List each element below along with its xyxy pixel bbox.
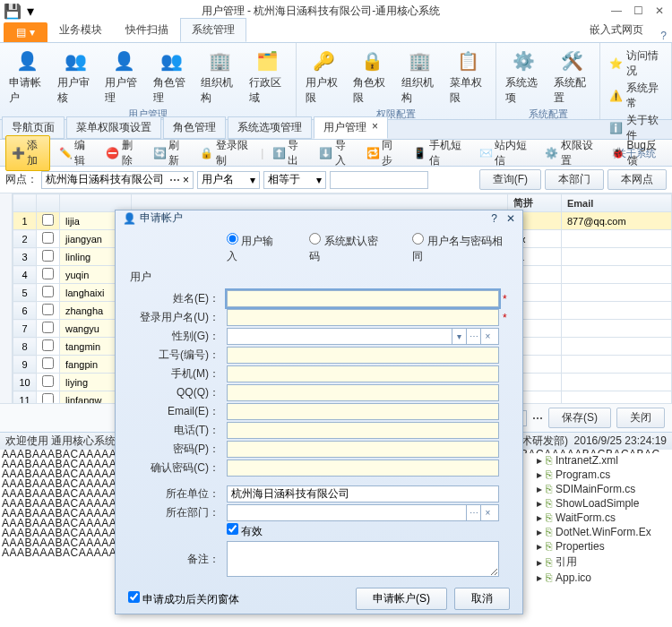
user-icon: 👤: [123, 212, 136, 225]
tb-import[interactable]: ⬇️导入: [314, 136, 358, 170]
dialog-cancel-button[interactable]: 取消: [454, 588, 510, 610]
apply-account-dialog: 👤 申请帐户 ? ✕ 用户输入 系统默认密码 用户名与密码相同 用户 姓名(E)…: [115, 210, 523, 614]
save-button[interactable]: 保存(S): [548, 408, 611, 428]
tree-item[interactable]: ▸⎘Program.cs: [522, 468, 672, 482]
tb-sync[interactable]: 🔁同步: [361, 136, 404, 170]
info-icon: ℹ️: [609, 122, 623, 134]
site-button[interactable]: 本网点: [607, 169, 667, 190]
op-combo[interactable]: 相等于▾: [263, 171, 326, 189]
main-tabbar: ▤▾ 业务模块 快件扫描 系统管理 嵌入式网页 ?: [0, 21, 672, 43]
dept-button[interactable]: 本部门: [545, 169, 604, 190]
status-welcome: 欢迎使用 通用核心系统: [5, 434, 116, 449]
gear-icon: ⚙️: [546, 147, 558, 159]
plus-icon: ➕: [12, 147, 24, 159]
tree-item[interactable]: ▸⎘IntranetZ.xml: [522, 453, 672, 468]
email-input[interactable]: [227, 403, 499, 420]
field-combo[interactable]: 用户名▾: [197, 171, 260, 189]
close-button2[interactable]: 关闭: [616, 408, 665, 428]
site-label: 网点：: [5, 172, 38, 187]
rb-org[interactable]: 🏢组织机构: [195, 45, 244, 107]
rb-role-perm[interactable]: 🔒角色权限: [348, 45, 396, 107]
rb-user-mgmt[interactable]: 👤用户管理: [99, 45, 148, 107]
filter-value-input[interactable]: [330, 171, 428, 189]
import-icon: ⬇️: [320, 147, 332, 159]
tb-edit[interactable]: ✏️编辑: [54, 136, 97, 170]
minimize-button[interactable]: —: [607, 3, 625, 19]
rb-sys-opt[interactable]: ⚙️系统选项: [500, 45, 548, 107]
rb-exc[interactable]: ⚠️系统异常: [609, 81, 662, 111]
radio-same[interactable]: 用户名与密码相同: [412, 233, 510, 264]
delete-icon: ⛔: [107, 147, 119, 159]
close-icon[interactable]: ×: [372, 120, 378, 135]
file-menu[interactable]: ▤▾: [4, 22, 47, 42]
tree-item[interactable]: ▸⎘DotNet.WinForm.Ex: [522, 525, 672, 539]
dept-combo[interactable]: ⋯×: [227, 504, 499, 521]
help-icon[interactable]: ?: [655, 30, 672, 42]
dialog-ok-button[interactable]: 申请帐户(S): [356, 588, 447, 610]
close-button[interactable]: ✕: [650, 3, 668, 19]
rb-menu-perm[interactable]: 📋菜单权限: [444, 45, 493, 107]
name-input[interactable]: [227, 290, 499, 307]
company-combo[interactable]: 杭州海日涵科技有限公司: [227, 485, 499, 502]
dialog-close-icon[interactable]: ✕: [506, 212, 515, 225]
tb-refresh[interactable]: 🔄刷新: [148, 136, 191, 170]
tb-sms[interactable]: 📱手机短信: [409, 136, 471, 170]
rb-apply-account[interactable]: 👤申请帐户: [4, 45, 52, 107]
filter-bar: 网点： 杭州海日涵科技有限公司⋯ × 用户名▾ 相等于▾ 查询(F) 本部门 本…: [0, 167, 672, 193]
empno-input[interactable]: [227, 347, 499, 364]
tab-scan[interactable]: 快件扫描: [114, 18, 180, 42]
tel-input[interactable]: [227, 422, 499, 439]
radio-user-input[interactable]: 用户输入: [227, 233, 282, 264]
rb-org2[interactable]: 🏢组织机构: [396, 45, 444, 107]
solution-explorer[interactable]: ▸⎘IntranetZ.xml▸⎘Program.cs▸⎘SDIMainForm…: [521, 453, 672, 588]
tree-item[interactable]: ▸⎘SDIMainForm.cs: [522, 482, 672, 496]
tb-export[interactable]: ⬆️导出: [267, 136, 310, 170]
window-title: 用户管理 - 杭州海日涵科技有限公司-通用核心系统: [34, 4, 607, 19]
pwd-input[interactable]: [227, 441, 499, 458]
pencil-icon: ✏️: [59, 147, 72, 159]
query-button[interactable]: 查询(F): [479, 169, 541, 190]
gender-combo[interactable]: ▾⋯×: [227, 328, 499, 345]
tb-sitemsg[interactable]: ✉️站内短信: [474, 136, 537, 170]
auto-close-checkbox[interactable]: 申请成功后关闭窗体: [128, 591, 239, 607]
tab-biz[interactable]: 业务模块: [47, 18, 114, 42]
tree-item[interactable]: ▸⎘引用: [522, 554, 672, 571]
tab-embed[interactable]: 嵌入式网页: [578, 18, 655, 42]
pwd2-input[interactable]: [227, 460, 499, 477]
folders-icon[interactable]: ▾: [27, 3, 34, 20]
rb-region[interactable]: 🗂️行政区域: [244, 45, 292, 107]
sync-icon: 🔁: [366, 147, 379, 159]
section-user: 用户: [130, 270, 510, 285]
mobile-input[interactable]: [227, 365, 499, 382]
warning-icon: ⚠️: [609, 90, 623, 102]
dialog-help-icon[interactable]: ?: [491, 212, 497, 225]
lock-icon: 🔒: [201, 147, 213, 159]
star-icon: ⭐: [609, 57, 623, 70]
tb-perm[interactable]: ⚙️权限设置: [540, 136, 603, 170]
rb-user-audit[interactable]: 👥用户审核: [52, 45, 100, 107]
qq-input[interactable]: [227, 384, 499, 401]
rb-user-perm[interactable]: 🔑用户权限: [300, 45, 349, 107]
rb-role-mgmt[interactable]: 👥角色管理: [148, 45, 196, 107]
tree-item[interactable]: ▸⎘Properties: [522, 539, 672, 554]
login-input[interactable]: [227, 309, 499, 326]
ellipsis-icon[interactable]: ⋯: [532, 412, 543, 425]
tab-sys[interactable]: 系统管理: [180, 18, 246, 42]
tb-del[interactable]: ⛔删除: [101, 136, 144, 170]
tree-item[interactable]: ▸⎘App.ico: [522, 571, 672, 585]
refresh-icon: 🔄: [153, 147, 166, 159]
save-icon[interactable]: 💾: [4, 3, 22, 20]
site-combo[interactable]: 杭州海日涵科技有限公司⋯ ×: [41, 171, 194, 189]
tb-login-limit[interactable]: 🔒登录限制: [195, 136, 258, 170]
rb-visit[interactable]: ⭐访问情况: [609, 48, 662, 79]
remark-input[interactable]: [227, 541, 499, 577]
radio-sys-default[interactable]: 系统默认密码: [309, 233, 385, 264]
tb-add[interactable]: ➕添加: [5, 135, 50, 171]
valid-checkbox[interactable]: 有效: [227, 523, 263, 539]
tree-item[interactable]: ▸⎘ShowLoadSimple: [522, 496, 672, 511]
maximize-button[interactable]: ☐: [629, 3, 647, 19]
tree-item[interactable]: ▸⎘WaitForm.cs: [522, 511, 672, 525]
rb-sys-cfg[interactable]: 🛠️系统配置: [548, 45, 597, 107]
tb-bug[interactable]: 🐞Bug反馈: [607, 136, 667, 170]
mobile-icon: 📱: [414, 147, 426, 159]
